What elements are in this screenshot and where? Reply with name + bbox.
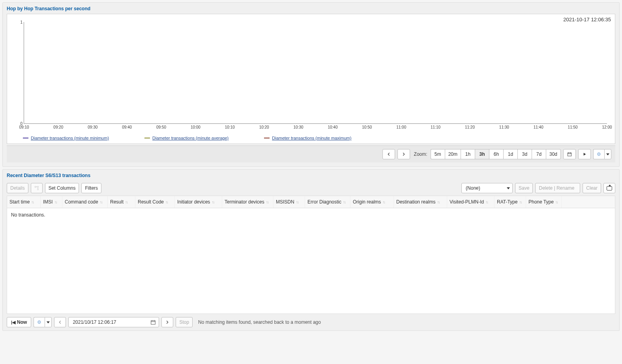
legend-swatch — [264, 138, 270, 138]
chart-settings-button[interactable]: ⚙ — [593, 149, 604, 159]
footer-prev-button[interactable] — [54, 317, 66, 327]
set-columns-button[interactable]: Set Columns — [45, 183, 79, 193]
footer-time-value: 2021/10/17 12:06:17 — [73, 319, 116, 325]
zoom-3h-button[interactable]: 3h — [475, 149, 489, 159]
column-label: Visited-PLMN-Id — [450, 199, 484, 205]
x-tick-label: 10:00 — [191, 125, 200, 129]
now-button[interactable]: |◀ Now — [7, 317, 31, 327]
export-button[interactable] — [603, 183, 615, 193]
x-tick-label: 09:30 — [88, 125, 97, 129]
column-header[interactable]: Result Code↑↓ — [135, 196, 175, 208]
chevron-down-icon — [507, 187, 510, 189]
zoom-20m-button[interactable]: 20m — [445, 149, 461, 159]
column-header[interactable]: Phone Type↑↓ — [526, 196, 562, 208]
chart-nav-forward-button[interactable] — [397, 149, 410, 159]
filter-select[interactable]: (None) — [461, 183, 513, 193]
legend-label: Diameter transactions (minute minimum) — [31, 136, 109, 140]
clear-button[interactable]: Clear — [583, 183, 601, 193]
play-icon — [582, 151, 587, 157]
column-header[interactable]: Initiator devices↑↓ — [175, 196, 222, 208]
column-header[interactable]: Result↑↓ — [108, 196, 135, 208]
x-tick-label: 12:00 — [602, 125, 612, 129]
column-label: Error Diagnostic — [307, 199, 341, 205]
column-header[interactable]: MSISDN↑↓ — [274, 196, 305, 208]
svg-rect-2 — [37, 186, 38, 187]
column-header[interactable]: Origin realms↑↓ — [350, 196, 394, 208]
column-header[interactable]: Command code↑↓ — [62, 196, 108, 208]
calendar-icon — [567, 151, 572, 157]
table-panel-title: Recent Diameter S6/S13 transactions — [3, 170, 619, 181]
legend-label: Diameter transactions (minute average) — [152, 136, 229, 140]
chart-play-button[interactable] — [578, 149, 591, 159]
footer-next-button[interactable] — [161, 317, 173, 327]
transactions-table: Start time↑↓IMSI↑↓Command code↑↓Result↑↓… — [7, 196, 615, 314]
chart-settings-dropdown-button[interactable] — [604, 149, 611, 159]
footer-status-text: No matching items found, searched back t… — [198, 319, 321, 325]
chart-panel: Hop by Hop Transactions per second 2021-… — [2, 2, 620, 167]
column-header[interactable]: Terminator devices↑↓ — [222, 196, 274, 208]
zoom-7d-button[interactable]: 7d — [532, 149, 546, 159]
skip-back-icon: |◀ — [11, 320, 15, 325]
column-header[interactable]: Destination realms↑↓ — [394, 196, 447, 208]
zoom-3d-button[interactable]: 3d — [517, 149, 532, 159]
chart-plot[interactable]: 0109:1009:2009:3009:4009:5010:0010:1010:… — [24, 22, 607, 124]
tree-button[interactable] — [31, 183, 43, 193]
svg-rect-3 — [37, 189, 38, 190]
column-label: Initiator devices — [177, 199, 210, 205]
gear-icon: ⚙ — [37, 319, 41, 325]
zoom-30d-button[interactable]: 30d — [546, 149, 561, 159]
footer-settings-dropdown-button[interactable] — [45, 317, 52, 327]
legend-item[interactable]: Diameter transactions (minute maximum) — [264, 136, 351, 140]
x-tick-label: 11:10 — [431, 125, 440, 129]
sort-icon: ↑↓ — [266, 200, 268, 204]
arrow-left-icon — [386, 151, 392, 157]
column-header[interactable]: Start time↑↓ — [7, 196, 41, 208]
x-tick-label: 10:40 — [328, 125, 337, 129]
gear-icon: ⚙ — [597, 151, 601, 157]
sort-icon: ↑↓ — [212, 200, 214, 204]
x-tick-label: 11:20 — [465, 125, 475, 129]
x-tick-label: 10:20 — [259, 125, 269, 129]
zoom-1d-button[interactable]: 1d — [503, 149, 517, 159]
sort-icon: ↑↓ — [343, 200, 345, 204]
x-tick-label: 09:50 — [156, 125, 166, 129]
chevron-left-icon — [57, 319, 63, 325]
footer-time-input[interactable]: 2021/10/17 12:06:17 — [68, 317, 159, 327]
legend-item[interactable]: Diameter transactions (minute minimum) — [23, 136, 109, 140]
chart-frame: 2021-10-17 12:06:35 0109:1009:2009:3009:… — [7, 14, 615, 144]
sort-icon: ↑↓ — [485, 200, 488, 204]
column-header[interactable]: IMSI↑↓ — [41, 196, 62, 208]
x-tick-label: 11:00 — [396, 125, 406, 129]
sort-icon: ↑↓ — [165, 200, 168, 204]
chevron-right-icon — [165, 319, 170, 325]
save-button[interactable]: Save — [515, 183, 533, 193]
y-tick-label: 1 — [20, 20, 22, 24]
stop-button[interactable]: Stop — [176, 317, 193, 327]
column-label: Result — [110, 199, 124, 205]
chart-calendar-button[interactable] — [563, 149, 576, 159]
x-tick-label: 10:30 — [294, 125, 304, 129]
zoom-6h-button[interactable]: 6h — [489, 149, 503, 159]
sort-icon: ↑↓ — [31, 200, 34, 204]
zoom-1h-button[interactable]: 1h — [461, 149, 475, 159]
sort-icon: ↑↓ — [125, 200, 127, 204]
column-header[interactable]: Error Diagnostic↑↓ — [305, 196, 350, 208]
svg-rect-0 — [568, 153, 571, 156]
table-panel: Recent Diameter S6/S13 transactions Deta… — [2, 169, 620, 331]
chart-legend: Diameter transactions (minute minimum)Di… — [23, 136, 607, 140]
x-tick-label: 10:50 — [362, 125, 372, 129]
filters-button[interactable]: Filters — [81, 183, 101, 193]
zoom-5m-button[interactable]: 5m — [431, 149, 445, 159]
delete-rename-button[interactable]: Delete | Rename — [535, 183, 580, 193]
footer-settings-button[interactable]: ⚙ — [34, 317, 45, 327]
chevron-down-icon — [47, 321, 50, 323]
footer-settings-combo: ⚙ — [34, 317, 52, 327]
export-icon — [607, 186, 612, 190]
x-tick-label: 09:10 — [19, 125, 29, 129]
details-button[interactable]: Details — [7, 183, 28, 193]
chart-nav-back-button[interactable] — [382, 149, 395, 159]
legend-item[interactable]: Diameter transactions (minute average) — [144, 136, 229, 140]
column-header[interactable]: RAT-Type↑↓ — [495, 196, 526, 208]
column-header[interactable]: Visited-PLMN-Id↑↓ — [447, 196, 495, 208]
table-empty-message: No transactions. — [11, 212, 45, 218]
